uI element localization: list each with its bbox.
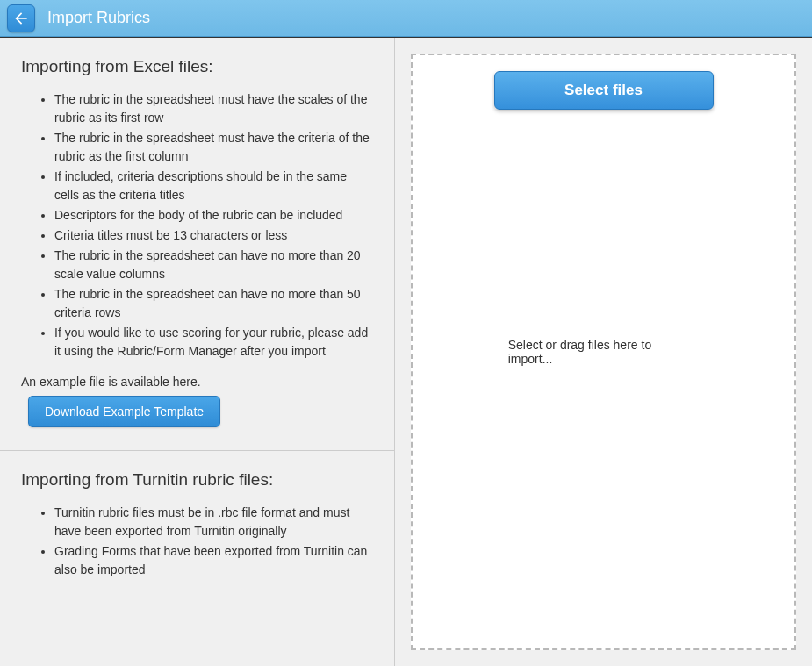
turnitin-section: Importing from Turnitin rubric files: Tu… xyxy=(0,451,394,616)
list-item: If you would like to use scoring for you… xyxy=(54,324,373,361)
select-files-button[interactable]: Select files xyxy=(494,71,714,110)
download-template-button[interactable]: Download Example Template xyxy=(28,396,220,427)
list-item: The rubric in the spreadsheet must have … xyxy=(54,90,373,127)
back-button[interactable] xyxy=(7,4,35,32)
excel-section-title: Importing from Excel files: xyxy=(21,57,373,76)
file-dropzone[interactable]: Select files Select or drag files here t… xyxy=(411,54,796,650)
list-item: The rubric in the spreadsheet must have … xyxy=(54,129,373,166)
page-title: Import Rubrics xyxy=(47,9,150,27)
list-item: The rubric in the spreadsheet can have n… xyxy=(54,247,373,283)
list-item: Turnitin rubric files must be in .rbc fi… xyxy=(54,504,373,541)
excel-bullet-list: The rubric in the spreadsheet must have … xyxy=(21,90,373,361)
main-content: Importing from Excel files: The rubric i… xyxy=(0,37,812,666)
turnitin-section-title: Importing from Turnitin rubric files: xyxy=(21,470,373,490)
arrow-left-icon xyxy=(12,10,30,27)
list-item: If included, criteria descriptions shoul… xyxy=(54,168,373,204)
list-item: Descriptors for the body of the rubric c… xyxy=(54,206,373,225)
list-item: Criteria titles must be 13 characters or… xyxy=(54,226,373,245)
example-file-text: An example file is available here. xyxy=(21,375,373,389)
list-item: The rubric in the spreadsheet can have n… xyxy=(54,285,373,322)
excel-section: Importing from Excel files: The rubric i… xyxy=(0,38,394,451)
upload-panel: Select files Select or drag files here t… xyxy=(395,38,812,666)
turnitin-bullet-list: Turnitin rubric files must be in .rbc fi… xyxy=(21,504,373,579)
instructions-panel: Importing from Excel files: The rubric i… xyxy=(0,38,395,666)
list-item: Grading Forms that have been exported fr… xyxy=(54,542,373,579)
dropzone-hint: Select or drag files here to import... xyxy=(508,338,700,366)
page-header: Import Rubrics xyxy=(0,0,812,37)
